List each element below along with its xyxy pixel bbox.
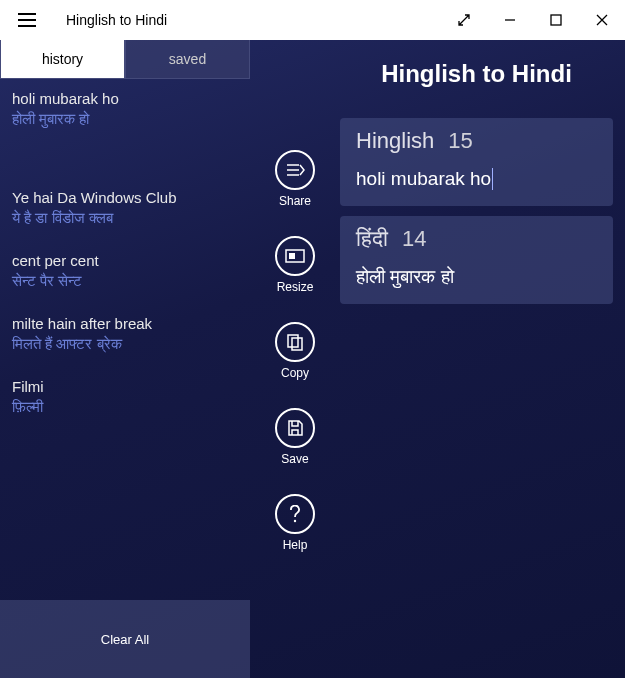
svg-point-5: [294, 520, 296, 522]
resize-icon: [275, 236, 315, 276]
text-cursor: [492, 168, 493, 190]
help-label: Help: [283, 538, 308, 552]
tab-history[interactable]: history: [0, 40, 125, 79]
history-hindi: होली मुबारक हो: [12, 109, 238, 129]
svg-rect-0: [551, 15, 561, 25]
fullscreen-icon[interactable]: [441, 0, 487, 40]
history-english: Ye hai Da Windows Club: [12, 188, 238, 208]
help-button[interactable]: Help: [275, 494, 315, 552]
history-english: Filmi: [12, 377, 238, 397]
input-card: Hinglish 15 holi mubarak ho: [340, 118, 613, 206]
app-title: Hinglish to Hindi: [340, 60, 613, 88]
minimize-icon[interactable]: [487, 0, 533, 40]
clear-all-button[interactable]: Clear All: [0, 600, 250, 678]
hinglish-input[interactable]: holi mubarak ho: [356, 168, 597, 190]
output-count: 14: [402, 226, 426, 252]
sidebar: history saved holi mubarak ho होली मुबार…: [0, 40, 250, 678]
history-item[interactable]: milte hain after break मिलते हैं आफ्टर ब…: [12, 314, 238, 353]
history-hindi: सेन्ट पैर सेन्ट: [12, 271, 238, 291]
share-button[interactable]: Share: [275, 150, 315, 208]
output-card: हिंदी 14 होली मुबारक हो: [340, 216, 613, 304]
window-title: Hinglish to Hindi: [66, 12, 441, 28]
history-item[interactable]: holi mubarak ho होली मुबारक हो: [12, 89, 238, 128]
history-hindi: फ़िल्मी: [12, 397, 238, 417]
maximize-icon[interactable]: [533, 0, 579, 40]
save-label: Save: [281, 452, 308, 466]
history-item[interactable]: cent per cent सेन्ट पैर सेन्ट: [12, 251, 238, 290]
menu-icon[interactable]: [10, 9, 44, 31]
save-button[interactable]: Save: [275, 408, 315, 466]
history-english: milte hain after break: [12, 314, 238, 334]
copy-icon: [275, 322, 315, 362]
input-count: 15: [448, 128, 472, 154]
copy-label: Copy: [281, 366, 309, 380]
share-label: Share: [279, 194, 311, 208]
output-label: हिंदी: [356, 226, 388, 252]
resize-label: Resize: [277, 280, 314, 294]
svg-rect-2: [289, 253, 295, 259]
history-item[interactable]: Ye hai Da Windows Club ये है डा विंडोज क…: [12, 188, 238, 227]
copy-button[interactable]: Copy: [275, 322, 315, 380]
history-list: holi mubarak ho होली मुबारक हो Ye hai Da…: [0, 79, 250, 600]
share-icon: [275, 150, 315, 190]
history-english: holi mubarak ho: [12, 89, 238, 109]
history-hindi: ये है डा विंडोज क्लब: [12, 208, 238, 228]
close-icon[interactable]: [579, 0, 625, 40]
history-english: cent per cent: [12, 251, 238, 271]
resize-button[interactable]: Resize: [275, 236, 315, 294]
window-controls: [441, 0, 625, 40]
action-column: Share Resize Copy Save Help: [250, 40, 340, 678]
history-item[interactable]: Filmi फ़िल्मी: [12, 377, 238, 416]
help-icon: [275, 494, 315, 534]
svg-rect-4: [292, 338, 302, 350]
save-icon: [275, 408, 315, 448]
input-label: Hinglish: [356, 128, 434, 154]
svg-rect-3: [288, 335, 298, 347]
tab-saved[interactable]: saved: [125, 40, 250, 79]
hindi-output: होली मुबारक हो: [356, 266, 597, 288]
titlebar: Hinglish to Hindi: [0, 0, 625, 40]
input-value: holi mubarak ho: [356, 168, 491, 190]
main-panel: Hinglish to Hindi Hinglish 15 holi mubar…: [340, 40, 625, 678]
history-hindi: मिलते हैं आफ्टर ब्रेक: [12, 334, 238, 354]
sidebar-tabs: history saved: [0, 40, 250, 79]
